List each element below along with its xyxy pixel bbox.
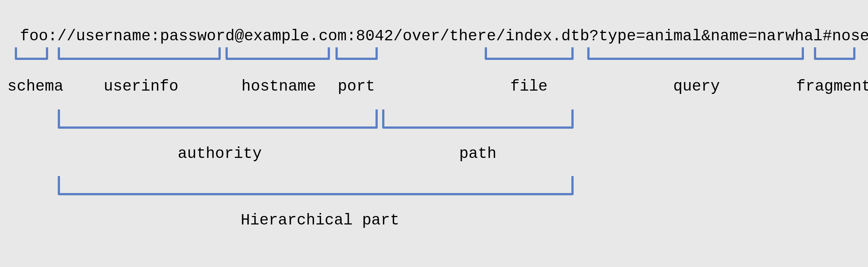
bracket-path (382, 109, 574, 129)
label-query: query (673, 78, 720, 95)
bracket-query (587, 47, 804, 60)
label-hierarchical: Hierarchical part (241, 212, 399, 229)
uri-string: foo://username:password@example.com:8042… (0, 27, 868, 45)
bracket-file (485, 47, 574, 60)
label-schema: schema (7, 78, 63, 95)
label-file: file (510, 78, 548, 95)
uri-diagram: foo://username:password@example.com:8042… (0, 0, 868, 267)
label-path: path (459, 145, 497, 163)
label-hostname: hostname (241, 78, 316, 95)
bracket-userinfo (58, 47, 221, 60)
label-userinfo: userinfo (104, 78, 178, 95)
bracket-schema (15, 47, 48, 60)
bracket-fragment (814, 47, 855, 60)
label-authority: authority (178, 145, 262, 163)
label-fragment: fragment (796, 78, 868, 95)
bracket-hierarchical (58, 176, 574, 195)
bracket-hostname (226, 47, 330, 60)
bracket-authority (58, 109, 378, 129)
label-port: port (338, 78, 375, 95)
bracket-port (335, 47, 378, 60)
